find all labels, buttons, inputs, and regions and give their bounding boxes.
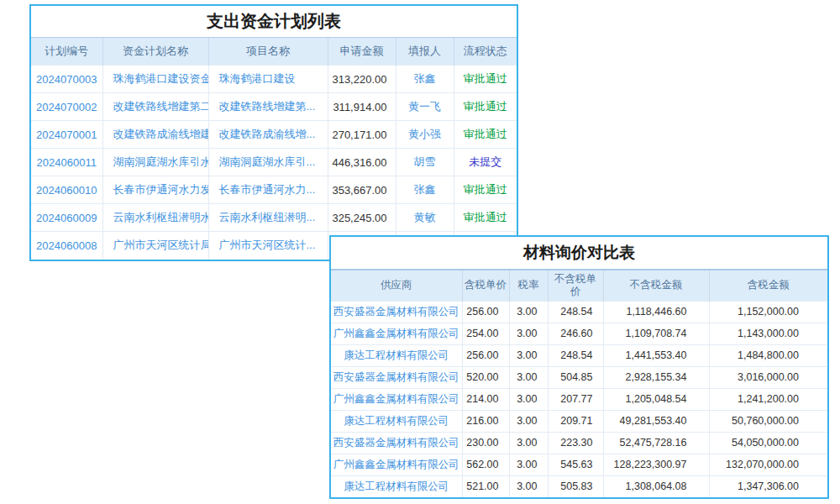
material-col-header-amount-with-tax: 含税金额 bbox=[709, 270, 827, 301]
amount-without-tax: 128,223,300.97 bbox=[603, 454, 709, 475]
tax-rate: 3.00 bbox=[509, 454, 548, 475]
apply-amount: 313,220.00 bbox=[328, 66, 396, 93]
plan-id-link[interactable]: 2024060009 bbox=[31, 204, 102, 232]
tax-rate: 3.00 bbox=[509, 432, 548, 454]
amount-without-tax: 1,109,708.74 bbox=[603, 323, 709, 344]
unit-price-without-tax: 505.83 bbox=[548, 475, 603, 497]
material-table-row: 广州鑫鑫金属材料有限公司254.003.00246.601,109,708.74… bbox=[331, 323, 827, 344]
project-name: 改建铁路成渝线增... bbox=[208, 121, 328, 149]
supplier-name[interactable]: 西安盛器金属材料有限公司 bbox=[331, 432, 462, 454]
amount-without-tax: 1,308,064.08 bbox=[603, 475, 709, 497]
workflow-status: 审批通过 bbox=[454, 93, 517, 121]
project-name: 改建铁路线增建第... bbox=[208, 93, 328, 121]
material-table-row: 康达工程材料有限公司256.003.00248.541,441,553.401,… bbox=[331, 344, 827, 366]
supplier-name[interactable]: 广州鑫鑫金属材料有限公司 bbox=[331, 454, 462, 475]
amount-with-tax: 1,484,800.00 bbox=[709, 344, 827, 366]
unit-price-with-tax: 256.00 bbox=[462, 344, 509, 366]
supplier-name[interactable]: 广州鑫鑫金属材料有限公司 bbox=[331, 388, 462, 410]
amount-without-tax: 49,281,553.40 bbox=[603, 410, 709, 432]
amount-with-tax: 1,143,000.00 bbox=[709, 323, 827, 344]
apply-amount: 325,245.00 bbox=[328, 204, 396, 232]
material-col-header-unit-price-without-tax: 不含税单价 bbox=[548, 270, 603, 301]
plan-id-link[interactable]: 2024060011 bbox=[31, 149, 102, 176]
expense-table-row: 2024070001改建铁路成渝线增建...改建铁路成渝线增...270,171… bbox=[31, 121, 517, 149]
unit-price-with-tax: 230.00 bbox=[462, 432, 509, 454]
unit-price-with-tax: 520.00 bbox=[462, 366, 509, 388]
supplier-name[interactable]: 广州鑫鑫金属材料有限公司 bbox=[331, 323, 462, 344]
expense-table-row: 2024060009云南水利枢纽潜明水...云南水利枢纽潜明...325,245… bbox=[31, 204, 517, 232]
fund-plan-name: 珠海鹤港口建设资金... bbox=[102, 66, 208, 93]
unit-price-with-tax: 256.00 bbox=[462, 301, 509, 323]
apply-amount: 311,914.00 bbox=[328, 93, 396, 121]
supplier-name[interactable]: 西安盛器金属材料有限公司 bbox=[331, 366, 462, 388]
supplier-name[interactable]: 康达工程材料有限公司 bbox=[331, 410, 462, 432]
reporter-name: 张鑫 bbox=[396, 176, 454, 204]
expense-plan-table-title: 支出资金计划列表 bbox=[31, 6, 517, 37]
expense-table-row: 2024060010长春市伊通河水力发...长春市伊通河水力...353,667… bbox=[31, 176, 517, 204]
plan-id-link[interactable]: 2024070003 bbox=[31, 66, 102, 93]
material-table-row: 西安盛器金属材料有限公司230.003.00223.3052,475,728.1… bbox=[331, 432, 827, 454]
expense-col-header-plan_name: 资金计划名称 bbox=[102, 38, 208, 66]
unit-price-without-tax: 248.54 bbox=[548, 344, 603, 366]
unit-price-without-tax: 504.85 bbox=[548, 366, 603, 388]
material-col-header-unit-price-with-tax: 含税单价 bbox=[462, 270, 509, 301]
reporter-name: 胡雪 bbox=[396, 149, 454, 176]
material-col-header-tax-rate: 税率 bbox=[509, 270, 548, 301]
amount-with-tax: 1,152,000.00 bbox=[709, 301, 827, 323]
amount-without-tax: 1,118,446.60 bbox=[603, 301, 709, 323]
supplier-name[interactable]: 康达工程材料有限公司 bbox=[331, 475, 462, 497]
expense-col-header-reporter: 填报人 bbox=[396, 38, 454, 66]
material-inquiry-header-row: 供应商含税单价税率不含税单价不含税金额含税金额 bbox=[331, 270, 827, 301]
project-name: 广州市天河区统计... bbox=[208, 232, 328, 260]
expense-plan-table: 计划编号资金计划名称项目名称申请金额填报人流程状态 2024070003珠海鹤港… bbox=[31, 37, 517, 260]
supplier-name[interactable]: 西安盛器金属材料有限公司 bbox=[331, 301, 462, 323]
workflow-status: 审批通过 bbox=[454, 176, 517, 204]
amount-without-tax: 1,205,048.54 bbox=[603, 388, 709, 410]
plan-id-link[interactable]: 2024070001 bbox=[31, 121, 102, 149]
plan-id-link[interactable]: 2024070002 bbox=[31, 93, 102, 121]
material-table-row: 广州鑫鑫金属材料有限公司214.003.00207.771,205,048.54… bbox=[331, 388, 827, 410]
tax-rate: 3.00 bbox=[509, 410, 548, 432]
material-table-row: 广州鑫鑫金属材料有限公司562.003.00545.63128,223,300.… bbox=[331, 454, 827, 475]
reporter-name: 黄敏 bbox=[396, 204, 454, 232]
reporter-name: 张鑫 bbox=[396, 66, 454, 93]
amount-without-tax: 2,928,155.34 bbox=[603, 366, 709, 388]
plan-id-link[interactable]: 2024060010 bbox=[31, 176, 102, 204]
amount-without-tax: 1,441,553.40 bbox=[603, 344, 709, 366]
fund-plan-name: 云南水利枢纽潜明水... bbox=[102, 204, 208, 232]
expense-table-row: 2024060011湖南洞庭湖水库引水...湖南洞庭湖水库引...446,316… bbox=[31, 149, 517, 176]
workflow-status: 审批通过 bbox=[454, 121, 517, 149]
fund-plan-name: 改建铁路成渝线增建... bbox=[102, 121, 208, 149]
plan-id-link[interactable]: 2024060008 bbox=[31, 232, 102, 260]
unit-price-without-tax: 209.71 bbox=[548, 410, 603, 432]
material-table-row: 康达工程材料有限公司216.003.00209.7149,281,553.405… bbox=[331, 410, 827, 432]
unit-price-without-tax: 248.54 bbox=[548, 301, 603, 323]
amount-with-tax: 50,760,000.00 bbox=[709, 410, 827, 432]
tax-rate: 3.00 bbox=[509, 475, 548, 497]
expense-table-row: 2024070002改建铁路线增建第二...改建铁路线增建第...311,914… bbox=[31, 93, 517, 121]
apply-amount: 270,171.00 bbox=[328, 121, 396, 149]
unit-price-without-tax: 246.60 bbox=[548, 323, 603, 344]
apply-amount: 353,667.00 bbox=[328, 176, 396, 204]
expense-table-row: 2024070003珠海鹤港口建设资金...珠海鹤港口建设313,220.00张… bbox=[31, 66, 517, 93]
fund-plan-name: 湖南洞庭湖水库引水... bbox=[102, 149, 208, 176]
material-col-header-supplier-name: 供应商 bbox=[331, 270, 462, 301]
reporter-name: 黄一飞 bbox=[396, 93, 454, 121]
project-name: 湖南洞庭湖水库引... bbox=[208, 149, 328, 176]
unit-price-without-tax: 223.30 bbox=[548, 432, 603, 454]
amount-without-tax: 52,475,728.16 bbox=[603, 432, 709, 454]
workflow-status: 未提交 bbox=[454, 149, 517, 176]
fund-plan-name: 长春市伊通河水力发... bbox=[102, 176, 208, 204]
expense-col-header-status: 流程状态 bbox=[454, 38, 517, 66]
supplier-name[interactable]: 康达工程材料有限公司 bbox=[331, 344, 462, 366]
unit-price-without-tax: 207.77 bbox=[548, 388, 603, 410]
unit-price-with-tax: 216.00 bbox=[462, 410, 509, 432]
material-inquiry-table: 供应商含税单价税率不含税单价不含税金额含税金额 西安盛器金属材料有限公司256.… bbox=[331, 269, 827, 497]
unit-price-without-tax: 545.63 bbox=[548, 454, 603, 475]
tax-rate: 3.00 bbox=[509, 301, 548, 323]
expense-col-header-project_name: 项目名称 bbox=[208, 38, 328, 66]
material-table-row: 西安盛器金属材料有限公司256.003.00248.541,118,446.60… bbox=[331, 301, 827, 323]
tax-rate: 3.00 bbox=[509, 366, 548, 388]
unit-price-with-tax: 254.00 bbox=[462, 323, 509, 344]
reporter-name: 黄小强 bbox=[396, 121, 454, 149]
